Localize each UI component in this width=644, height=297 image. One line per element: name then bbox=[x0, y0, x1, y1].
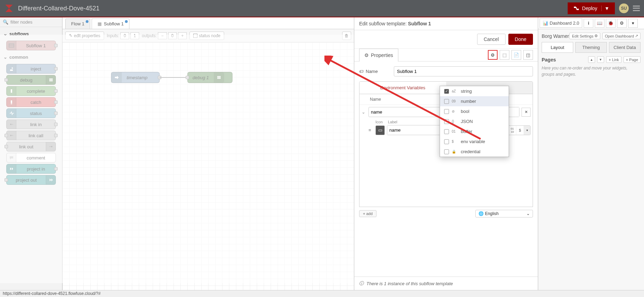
layout-tab[interactable]: Layout bbox=[542, 42, 573, 53]
config-tab-icon[interactable]: ⚙ bbox=[617, 19, 627, 28]
info-tab-icon[interactable]: i bbox=[584, 19, 593, 28]
wire bbox=[160, 77, 187, 78]
category-subflows[interactable]: ⌄ subflows bbox=[0, 28, 62, 39]
add-link-button[interactable]: + Link bbox=[606, 56, 621, 63]
flow-canvas[interactable]: timestamp debug 1 bbox=[62, 42, 354, 290]
project-name: Borg Warner bbox=[542, 33, 569, 39]
delete-subflow-button[interactable]: 🗑 bbox=[342, 32, 351, 40]
palette-node-complete[interactable]: complete bbox=[6, 86, 56, 96]
type-option-JSON[interactable]: {}JSON bbox=[440, 116, 509, 126]
checkbox-icon bbox=[444, 99, 449, 104]
expand-down-button[interactable]: ▾ bbox=[597, 56, 604, 63]
catch-icon bbox=[7, 98, 16, 107]
add-page-button[interactable]: + Page bbox=[624, 56, 641, 63]
client-data-tab[interactable]: Client Data bbox=[609, 42, 641, 53]
subflow-icon: ▦ bbox=[98, 21, 102, 26]
tab-flow1[interactable]: Flow 1 bbox=[65, 18, 90, 29]
node-debug1[interactable]: debug 1 bbox=[187, 72, 232, 83]
palette-node-link-in[interactable]: link in bbox=[6, 119, 56, 129]
module-box-tab-icon[interactable]: ⬚ bbox=[500, 50, 509, 60]
language-select[interactable]: 🌐 English ⌄ bbox=[475, 210, 533, 217]
collapse-up-button[interactable]: ▴ bbox=[588, 56, 595, 63]
cube-icon: ⬚ bbox=[502, 52, 507, 58]
outputs-plus-button[interactable]: + bbox=[178, 32, 187, 39]
external-link-icon: ↗ bbox=[635, 34, 638, 38]
gear-icon: ⚙ bbox=[491, 52, 495, 58]
project-out-icon bbox=[46, 175, 56, 184]
palette-node-status[interactable]: status bbox=[6, 108, 56, 118]
palette-node-inject[interactable]: inject bbox=[6, 64, 56, 74]
search-icon: 🔍 bbox=[3, 19, 8, 25]
sidebar-help-text: Here you can re-order and move your widg… bbox=[542, 65, 641, 77]
delete-row-button[interactable]: ✕ bbox=[522, 108, 531, 117]
inject-icon bbox=[7, 64, 16, 73]
help-tab-icon[interactable]: 📖 bbox=[595, 19, 604, 28]
drag-handle-icon[interactable]: ≡ bbox=[368, 127, 373, 133]
palette-search[interactable]: 🔍 filter nodes bbox=[0, 17, 62, 27]
edit-settings-button[interactable]: Edit Settings ⚙ bbox=[569, 33, 600, 39]
type-option-buffer[interactable]: 01buffer bbox=[440, 126, 509, 137]
type-symbol-icon: 09 bbox=[452, 99, 458, 103]
logo-icon bbox=[4, 3, 14, 13]
document-icon: 📄 bbox=[514, 52, 519, 58]
type-env-icon: $ bbox=[516, 126, 524, 135]
palette-node-debug[interactable]: debug bbox=[6, 75, 56, 85]
unsaved-indicator bbox=[86, 20, 88, 23]
type-option-string[interactable]: ✓aZstring bbox=[440, 86, 509, 96]
node-timestamp[interactable]: timestamp bbox=[111, 72, 160, 83]
open-dashboard-button[interactable]: Open Dashboard ↗ bbox=[602, 33, 641, 39]
appearance-tab-icon[interactable]: ◫ bbox=[523, 50, 533, 60]
edit-properties-button[interactable]: ✎ edit properties bbox=[65, 32, 104, 40]
name-input[interactable] bbox=[394, 66, 533, 76]
pages-heading: Pages bbox=[542, 57, 556, 63]
palette-node-subflow1[interactable]: Subflow 1 bbox=[6, 41, 56, 50]
svg-point-9 bbox=[10, 124, 11, 125]
theming-tab[interactable]: Theming bbox=[575, 42, 607, 53]
palette-node-project-in[interactable]: project in bbox=[6, 164, 56, 174]
output-port bbox=[54, 44, 58, 47]
deploy-button[interactable]: Deploy ▼ bbox=[568, 2, 615, 14]
status-node-button[interactable]: status node bbox=[189, 32, 224, 40]
checkbox-icon: ✓ bbox=[444, 89, 449, 94]
palette-node-comment[interactable]: comment bbox=[6, 153, 56, 163]
type-option-bool[interactable]: ⊘bool bbox=[440, 106, 509, 116]
category-common[interactable]: ⌄ common bbox=[0, 52, 62, 63]
module-properties-tab-icon[interactable]: ⚙ bbox=[488, 50, 498, 60]
deploy-icon bbox=[573, 6, 579, 11]
svg-rect-5 bbox=[49, 81, 53, 81]
caret-down-icon[interactable]: ▾ bbox=[524, 126, 530, 135]
type-option-env-variable[interactable]: $env variable bbox=[440, 137, 509, 147]
type-option-number[interactable]: 09number bbox=[440, 96, 509, 106]
svg-rect-14 bbox=[217, 78, 221, 79]
project-in-icon bbox=[7, 164, 16, 173]
env-name-input[interactable] bbox=[368, 107, 442, 117]
properties-tab[interactable]: ⚙ Properties bbox=[359, 49, 398, 61]
type-option-credential[interactable]: 🔒credential bbox=[440, 147, 509, 157]
cancel-button[interactable]: Cancel bbox=[477, 34, 506, 45]
palette-node-link-out[interactable]: link out bbox=[6, 142, 56, 151]
done-button[interactable]: Done bbox=[508, 34, 533, 45]
svg-rect-6 bbox=[11, 89, 12, 93]
type-symbol-icon: aZ bbox=[452, 89, 458, 93]
inputs-1-button[interactable]: 1 bbox=[130, 32, 139, 39]
env-vars-tab[interactable]: Environment Variables bbox=[359, 82, 446, 94]
svg-rect-4 bbox=[49, 80, 53, 80]
add-env-button[interactable]: + add bbox=[359, 210, 376, 217]
subflow-icon bbox=[7, 41, 16, 50]
inputs-0-button[interactable]: 0 bbox=[120, 32, 129, 39]
palette-node-link-call[interactable]: link call bbox=[6, 131, 56, 140]
dashboard-tab[interactable]: 📊 Dashboard 2.0 bbox=[540, 18, 582, 28]
icon-picker[interactable]: ▭ bbox=[375, 125, 385, 135]
outputs-minus-button[interactable]: − bbox=[158, 32, 167, 39]
description-tab-icon[interactable]: 📄 bbox=[511, 50, 521, 60]
workspace: Flow 1 ▦ Subflow 1 ✎ edit properties inp… bbox=[62, 17, 354, 290]
user-avatar[interactable]: SU bbox=[619, 3, 629, 13]
main-menu-icon[interactable] bbox=[633, 5, 640, 12]
chevron-down-icon[interactable]: ⌄ bbox=[362, 109, 366, 115]
palette-node-project-out[interactable]: project out bbox=[6, 175, 56, 185]
palette-node-catch[interactable]: catch bbox=[6, 97, 56, 107]
debug-tab-icon[interactable]: 🐞 bbox=[606, 19, 616, 28]
more-tabs-icon[interactable]: ▾ bbox=[628, 19, 638, 28]
tab-subflow1[interactable]: ▦ Subflow 1 bbox=[92, 18, 129, 29]
globe-icon: 🌐 bbox=[478, 211, 484, 216]
